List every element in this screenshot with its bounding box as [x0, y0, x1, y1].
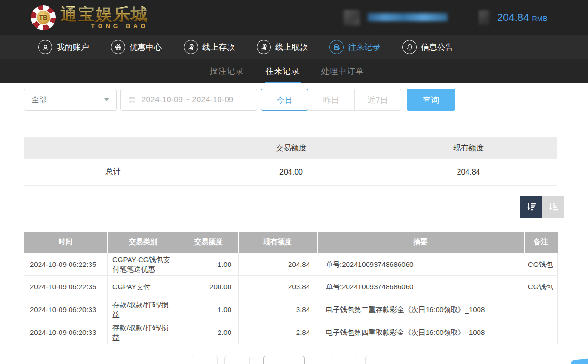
- table-row: 2024-10-09 06:22:35 CGPAY支付 200.00 203.8…: [24, 276, 558, 298]
- table-row: 2024-10-09 06:20:33 存款/取款/打码/损益 1.00 3.8…: [24, 298, 558, 321]
- cell-amount: 200.00: [179, 276, 239, 298]
- pagination-last-button[interactable]: [365, 356, 390, 364]
- nav-item-withdraw[interactable]: 线上取款: [257, 40, 308, 54]
- blurred-username: [368, 13, 448, 21]
- nav-item-label: 信息公告: [421, 42, 453, 53]
- col-header-time: 时间: [24, 232, 108, 253]
- tab-processing-orders[interactable]: 处理中订单: [321, 59, 364, 83]
- filter-row: 全部 2024-10-09 ~ 2024-10-09 今日 昨日 近7日 查询: [24, 89, 564, 111]
- logo-text: 通宝娱乐城 TONG BAO: [60, 6, 149, 29]
- cell-balance: 3.84: [239, 298, 317, 321]
- balance-display: 204.84 RMB: [497, 11, 548, 24]
- cell-summary: 单号:202410093748686060: [317, 276, 524, 298]
- blurred-wallet-icon: [479, 10, 489, 25]
- table-row: 2024-10-09 06:20:33 存款/取款/打码/损益 2.00 2.8…: [24, 321, 558, 344]
- cell-note: [524, 298, 558, 321]
- balance-currency: RMB: [532, 15, 548, 22]
- balance-amount: 204.84: [497, 11, 529, 23]
- summary-total-row: 总计 204.00 204.84: [24, 159, 557, 185]
- cell-amount: 1.00: [179, 298, 239, 321]
- cell-summary: 单号:202410093748686060: [317, 253, 524, 276]
- user-area: 204.84 RMB: [344, 10, 548, 25]
- content-area: 全部 2024-10-09 ~ 2024-10-09 今日 昨日 近7日 查询 …: [0, 89, 588, 344]
- nav-item-announcements[interactable]: 信息公告: [402, 40, 453, 54]
- blurred-avatar-icon: [344, 10, 360, 25]
- nav-item-label: 线上取款: [275, 42, 308, 53]
- cell-time: 2024-10-09 06:22:35: [24, 276, 108, 298]
- sort-descending-button[interactable]: [520, 196, 542, 218]
- summary-header-empty: [24, 137, 202, 159]
- search-button[interactable]: 查询: [407, 89, 455, 111]
- cell-balance: 2.84: [239, 321, 317, 344]
- tab-transaction-records[interactable]: 往来记录: [266, 59, 300, 83]
- calendar-icon: [128, 96, 136, 104]
- nav-item-label: 优惠中心: [130, 42, 162, 53]
- cell-note: [524, 321, 558, 344]
- sub-navigation: 投注记录 往来记录 处理中订单: [0, 59, 588, 83]
- nav-item-label: 往来记录: [348, 42, 380, 53]
- records-table: 时间 交易类别 交易额度 现有额度 摘要 备注 2024-10-09 06:22…: [24, 232, 558, 344]
- nav-item-promotions[interactable]: 优惠中心: [111, 40, 162, 54]
- col-header-amount: 交易额度: [179, 232, 239, 253]
- type-filter-value: 全部: [31, 95, 47, 105]
- yesterday-button[interactable]: 昨日: [308, 89, 355, 111]
- cell-type: CGPAY支付: [108, 276, 179, 298]
- nav-item-label: 我的账户: [57, 42, 89, 53]
- nav-item-label: 线上存款: [202, 42, 235, 53]
- summary-total-transaction: 204.00: [202, 159, 380, 185]
- cell-type: 存款/取款/打码/损益: [108, 298, 179, 321]
- col-header-summary: 摘要: [317, 232, 524, 253]
- last-7-days-button[interactable]: 近7日: [354, 89, 401, 111]
- logo-subtitle: TONG BAO: [60, 23, 149, 29]
- cell-summary: 电子钱包第四重取款彩金《次日16:00领取》_1008: [317, 321, 524, 344]
- bell-icon: [402, 40, 417, 54]
- col-header-type: 交易类别: [108, 232, 179, 253]
- records-header-row: 时间 交易类别 交易额度 现有额度 摘要 备注: [24, 232, 558, 253]
- cell-time: 2024-10-09 06:20:33: [24, 298, 108, 321]
- summary-total-balance: 204.84: [380, 159, 557, 185]
- cell-note: CG钱包: [524, 276, 558, 298]
- summary-table: 交易额度 现有额度 总计 204.00 204.84: [24, 137, 557, 186]
- user-icon: [38, 40, 52, 54]
- today-button[interactable]: 今日: [261, 89, 308, 111]
- col-header-note: 备注: [524, 232, 558, 253]
- top-header: TB 通宝娱乐城 TONG BAO 204.84 RMB: [0, 0, 588, 35]
- pagination-prev-button[interactable]: [224, 356, 250, 364]
- sort-ascending-button[interactable]: [542, 196, 564, 218]
- poker-chip-logo-icon: TB: [31, 5, 56, 30]
- chat-widget-corner[interactable]: [570, 358, 588, 364]
- cell-type: CGPAY-CG钱包支付笔笔送优惠: [108, 253, 179, 276]
- nav-item-transaction-records[interactable]: 往来记录: [329, 40, 380, 54]
- tab-betting-records[interactable]: 投注记录: [210, 59, 244, 83]
- nav-item-my-account[interactable]: 我的账户: [38, 40, 89, 54]
- date-range-value: 2024-10-09 ~ 2024-10-09: [141, 95, 233, 105]
- nav-item-deposit[interactable]: 线上存款: [184, 40, 235, 54]
- cell-time: 2024-10-09 06:20:33: [24, 321, 108, 344]
- type-filter-select[interactable]: 全部: [24, 89, 117, 111]
- cell-note: CG钱包: [524, 253, 558, 276]
- cell-amount: 2.00: [179, 321, 239, 344]
- cell-type: 存款/取款/打码/损益: [108, 321, 179, 344]
- summary-header-transaction-amount: 交易额度: [202, 137, 380, 159]
- logo-title: 通宝娱乐城: [60, 6, 149, 22]
- cell-summary: 电子钱包第二重存款彩金《次日16:00领取》_1008: [317, 298, 524, 321]
- pagination-first-button[interactable]: [192, 356, 218, 364]
- pagination-next-button[interactable]: [332, 356, 357, 364]
- date-range-input[interactable]: 2024-10-09 ~ 2024-10-09: [120, 89, 257, 111]
- pagination-page-input[interactable]: [263, 356, 305, 364]
- col-header-balance: 现有额度: [239, 232, 317, 253]
- summary-header-current-balance: 现有额度: [380, 137, 557, 159]
- gift-icon: [111, 40, 125, 54]
- sort-ascending-icon: [547, 201, 559, 213]
- main-navigation: 我的账户 优惠中心 线上存款 线上取款 往来记录 信息公告: [0, 35, 588, 59]
- quick-date-buttons: 今日 昨日 近7日: [261, 89, 401, 111]
- summary-total-label: 总计: [24, 159, 202, 185]
- cell-balance: 203.84: [239, 276, 317, 298]
- cell-balance: 204.84: [239, 253, 317, 276]
- withdraw-icon: [257, 40, 271, 54]
- sort-controls: [24, 196, 564, 218]
- cell-time: 2024-10-09 06:22:35: [24, 253, 108, 276]
- chevron-down-icon: [104, 98, 109, 101]
- records-icon: [329, 40, 344, 54]
- site-logo[interactable]: TB 通宝娱乐城 TONG BAO: [31, 5, 149, 30]
